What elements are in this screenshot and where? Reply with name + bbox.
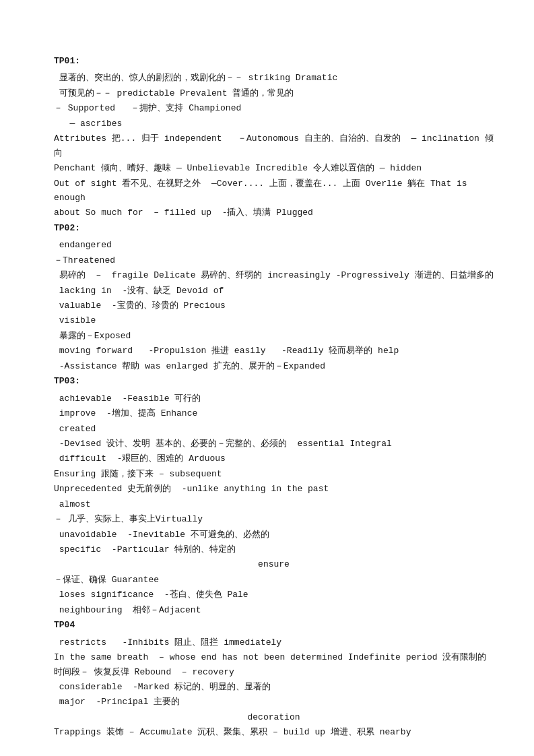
list-item: about So much for – filled up -插入、填满 Plu…	[54, 206, 494, 220]
tp01-lines: 显著的、突出的、惊人的剧烈的，戏剧化的－－ striking Dramatic …	[54, 71, 494, 220]
list-item: -Assistance 帮助 was enlarged 扩充的、展开的－Expa…	[54, 359, 494, 373]
tp01-title: TP01:	[54, 54, 494, 68]
list-item: Ensuring 跟随，接下来 – subsequent	[54, 467, 494, 481]
list-item: unavoidable -Inevitable 不可避免的、必然的	[54, 528, 494, 542]
list-item: In the same breath – whose end has not b…	[54, 650, 494, 679]
ensure-centered: ensure	[54, 557, 494, 571]
list-item: Penchant 倾向、嗜好、趣味 — Unbelievable Incredi…	[54, 161, 494, 175]
decoration-centered: decoration	[54, 710, 494, 724]
list-item: Unprecedented 史无前例的 -unlike anything in …	[54, 482, 494, 496]
tp04-title: TP04	[54, 618, 494, 632]
tp02-section: TP02:	[54, 221, 494, 235]
list-item: Attributes 把... 归于 independent －Autonomo…	[54, 131, 494, 160]
list-item: major -Principal 主要的	[54, 695, 494, 709]
list-item: －保证、确保 Guarantee	[54, 573, 494, 587]
list-item: — ascribes	[54, 117, 494, 131]
tp04-lines: restricts -Inhibits 阻止、阻拦 immediatelyIn …	[54, 635, 494, 710]
list-item: achievable -Feasible 可行的	[54, 391, 494, 406]
list-item: 暴露的－Exposed	[54, 329, 494, 343]
list-item: valuable -宝贵的、珍贵的 Precious	[54, 298, 494, 313]
tp01-section: TP01:	[54, 54, 494, 68]
list-item: difficult -艰巨的、困难的 Arduous	[54, 451, 494, 466]
list-item: － 几乎、实际上、事实上Virtually	[54, 512, 494, 526]
list-item: Out of sight 看不见、在视野之外 —Cover.... 上面，覆盖在…	[54, 177, 494, 206]
list-item: lacking in -没有、缺乏 Devoid of	[54, 284, 494, 298]
list-item: specific -Particular 特别的、特定的	[54, 542, 494, 557]
list-item: － Supported －拥护、支持 Championed	[54, 101, 494, 115]
tp03-continued: －保证、确保 Guarantee loses significance -苍白、…	[54, 573, 494, 617]
list-item: 显著的、突出的、惊人的剧烈的，戏剧化的－－ striking Dramatic	[54, 71, 494, 85]
list-item: loses significance -苍白、使失色 Pale	[54, 588, 494, 602]
list-item: moving forward -Propulsion 推进 easily -Re…	[54, 344, 494, 358]
list-item: 可预见的－－ predictable Prevalent 普通的，常见的	[54, 86, 494, 100]
document-body: TP01: 显著的、突出的、惊人的剧烈的，戏剧化的－－ striking Dra…	[54, 54, 494, 740]
tp03-section: TP03:	[54, 374, 494, 388]
tp04-section: TP04	[54, 618, 494, 632]
list-item: almost	[54, 497, 494, 511]
tp03-title: TP03:	[54, 374, 494, 388]
list-item: restricts -Inhibits 阻止、阻拦 immediately	[54, 635, 494, 650]
list-item: created	[54, 422, 494, 436]
list-item: Trappings 装饰 – Accumulate 沉积、聚集、累积 – bui…	[54, 725, 494, 739]
tp02-lines: endangered－Threatened 易碎的 – fragile Deli…	[54, 238, 494, 373]
tp03-lines: achievable -Feasible 可行的 improve -增加、提高 …	[54, 391, 494, 557]
list-item: 易碎的 – fragile Delicate 易碎的、纤弱的 increasin…	[54, 268, 494, 282]
list-item: visible	[54, 313, 494, 327]
list-item: improve -增加、提高 Enhance	[54, 406, 494, 420]
list-item: -Devised 设计、发明 基本的、必要的－完整的、必须的 essential…	[54, 437, 494, 451]
list-item: neighbouring 相邻－Adjacent	[54, 603, 494, 617]
list-item: －Threatened	[54, 253, 494, 267]
list-item: considerable -Marked 标记的、明显的、显著的	[54, 680, 494, 694]
list-item: endangered	[54, 238, 494, 252]
tp02-title: TP02:	[54, 221, 494, 235]
tp04-continued: Trappings 装饰 – Accumulate 沉积、聚集、累积 – bui…	[54, 725, 494, 739]
